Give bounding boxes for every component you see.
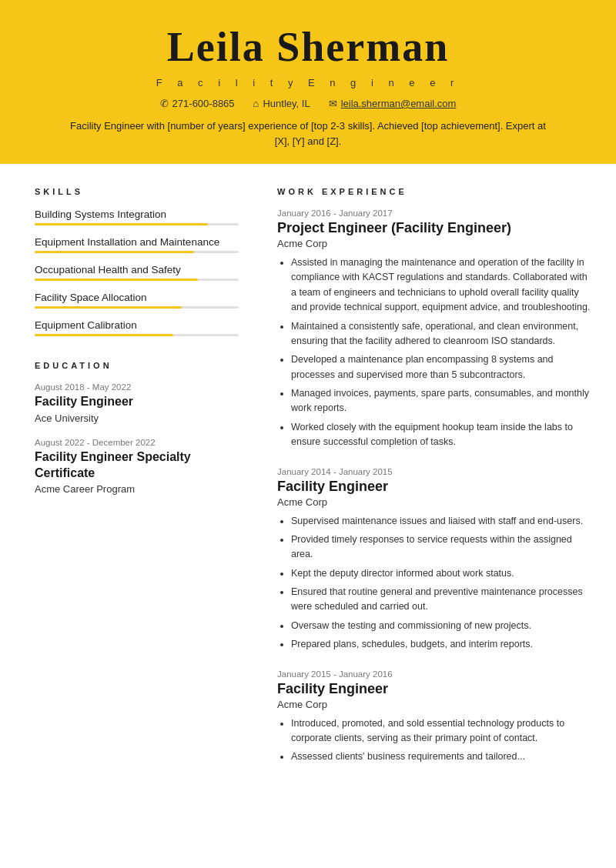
- skill-name: Equipment Installation and Maintenance: [35, 236, 239, 248]
- edu-degree: Facility Engineer: [35, 394, 239, 410]
- right-column: WORK EXPERIENCE January 2016 - January 2…: [262, 187, 616, 782]
- edu-date: August 2018 - May 2022: [35, 382, 239, 392]
- skill-name: Equipment Calibration: [35, 319, 239, 331]
- work-bullet: Ensured that routine general and prevent…: [291, 585, 593, 615]
- education-item: August 2022 - December 2022 Facility Eng…: [35, 438, 239, 496]
- skills-section: SKILLS Building Systems Integration Equi…: [35, 187, 239, 336]
- skill-name: Building Systems Integration: [35, 209, 239, 220]
- education-section: EDUCATION August 2018 - May 2022 Facilit…: [35, 361, 239, 495]
- edu-school: Ace University: [35, 412, 239, 424]
- edu-school: Acme Career Program: [35, 483, 239, 495]
- skill-bar-fill: [35, 334, 173, 336]
- work-title: Facility Engineer: [277, 479, 593, 495]
- skill-name: Occupational Health and Safety: [35, 264, 239, 275]
- header-summary: Facility Engineer with [number of years]…: [69, 119, 547, 149]
- work-company: Acme Corp: [277, 496, 593, 508]
- work-date: January 2016 - January 2017: [277, 209, 593, 218]
- work-bullets-list: Supervised maintenance issues and liaise…: [277, 514, 593, 653]
- work-bullets-list: Introduced, promoted, and sold essential…: [277, 716, 593, 765]
- candidate-title: F a c i l i t y E n g i n e e r: [31, 77, 585, 88]
- skill-bar-bg: [35, 223, 239, 225]
- work-bullet: Assisted in managing the maintenance and…: [291, 255, 593, 315]
- edu-date: August 2022 - December 2022: [35, 438, 239, 447]
- skill-bar-bg: [35, 334, 239, 336]
- education-item: August 2018 - May 2022 Facility Engineer…: [35, 382, 239, 424]
- skill-bar-fill: [35, 306, 182, 309]
- skill-item: Building Systems Integration: [35, 209, 239, 225]
- work-section-title: WORK EXPERIENCE: [277, 187, 593, 196]
- location-contact: ⌂ Huntley, IL: [253, 98, 310, 109]
- work-date: January 2014 - January 2015: [277, 467, 593, 476]
- work-item: January 2014 - January 2015 Facility Eng…: [277, 467, 593, 653]
- skill-bar-bg: [35, 251, 239, 253]
- work-bullet: Oversaw the testing and commissioning of…: [291, 619, 593, 633]
- skill-bar-fill: [35, 223, 208, 225]
- work-bullet: Introduced, promoted, and sold essential…: [291, 716, 593, 746]
- work-title: Facility Engineer: [277, 681, 593, 697]
- skills-section-title: SKILLS: [35, 187, 239, 196]
- location-icon: ⌂: [253, 98, 259, 109]
- skill-item: Facility Space Allocation: [35, 292, 239, 309]
- work-list: January 2016 - January 2017 Project Engi…: [277, 209, 593, 765]
- phone-contact: ✆ 271-600-8865: [160, 98, 235, 109]
- email-icon: ✉: [329, 98, 337, 109]
- skill-item: Occupational Health and Safety: [35, 264, 239, 281]
- work-company: Acme Corp: [277, 238, 593, 249]
- work-item: January 2015 - January 2016 Facility Eng…: [277, 669, 593, 765]
- skill-name: Facility Space Allocation: [35, 292, 239, 303]
- edu-degree: Facility Engineer Specialty Certificate: [35, 449, 239, 482]
- email-link[interactable]: leila.sherman@email.com: [341, 98, 457, 109]
- phone-icon: ✆: [160, 98, 169, 109]
- candidate-name: Leila Sherman: [31, 23, 585, 71]
- skill-bar-fill: [35, 251, 194, 253]
- body-section: SKILLS Building Systems Integration Equi…: [0, 164, 616, 782]
- work-date: January 2015 - January 2016: [277, 669, 593, 679]
- skill-bar-fill: [35, 279, 198, 281]
- education-list: August 2018 - May 2022 Facility Engineer…: [35, 382, 239, 495]
- work-bullet: Worked closely with the equipment hookup…: [291, 420, 593, 450]
- header-section: Leila Sherman F a c i l i t y E n g i n …: [0, 0, 616, 164]
- left-column: SKILLS Building Systems Integration Equi…: [0, 187, 262, 782]
- work-company: Acme Corp: [277, 699, 593, 710]
- phone-number: 271-600-8865: [172, 98, 235, 109]
- skill-bar-bg: [35, 306, 239, 309]
- resume-wrapper: Leila Sherman F a c i l i t y E n g i n …: [0, 0, 616, 868]
- skill-item: Equipment Calibration: [35, 319, 239, 336]
- work-bullet: Managed invoices, payments, spare parts,…: [291, 386, 593, 416]
- work-bullet: Maintained a consistently safe, operatio…: [291, 319, 593, 349]
- work-title: Project Engineer (Facility Engineer): [277, 220, 593, 236]
- contact-bar: ✆ 271-600-8865 ⌂ Huntley, IL ✉ leila.she…: [31, 98, 585, 109]
- skill-item: Equipment Installation and Maintenance: [35, 236, 239, 253]
- work-bullet: Assessed clients' business requirements …: [291, 749, 593, 764]
- work-bullet: Developed a maintenance plan encompassin…: [291, 352, 593, 382]
- work-bullet: Prepared plans, schedules, budgets, and …: [291, 637, 593, 652]
- work-bullet: Kept the deputy director informed about …: [291, 566, 593, 581]
- skills-list: Building Systems Integration Equipment I…: [35, 209, 239, 336]
- education-section-title: EDUCATION: [35, 361, 239, 370]
- work-bullets-list: Assisted in managing the maintenance and…: [277, 255, 593, 450]
- skill-bar-bg: [35, 279, 239, 281]
- work-bullet: Supervised maintenance issues and liaise…: [291, 514, 593, 529]
- location-text: Huntley, IL: [263, 98, 310, 109]
- work-item: January 2016 - January 2017 Project Engi…: [277, 209, 593, 450]
- email-contact: ✉ leila.sherman@email.com: [329, 98, 457, 109]
- work-bullet: Provided timely responses to service req…: [291, 532, 593, 563]
